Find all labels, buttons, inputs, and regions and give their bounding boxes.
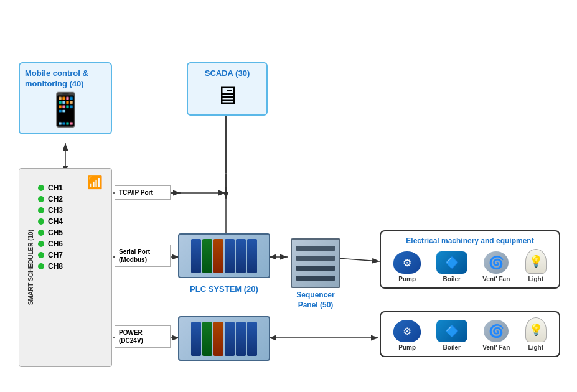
pump-label-top: Pump: [398, 276, 416, 282]
boiler-icon-top: 🔷: [436, 251, 467, 274]
pump-icon-top: ⚙: [393, 251, 421, 274]
equipment-ventfan-top: 🌀 Vent' Fan: [482, 251, 510, 282]
equipment-pump-bottom: ⚙ Pump: [393, 320, 421, 351]
power-port-label: POWER(DC24V): [119, 329, 143, 344]
scheduler-label: SMART SCHEDULER (10): [27, 230, 34, 305]
channel-6: CH6: [38, 240, 105, 248]
boiler-label-top: Boiler: [443, 276, 461, 282]
ch6-label: CH6: [48, 240, 63, 248]
electrical-machinery-bottom: ⚙ Pump 🔷 Boiler 🌀 Vent' Fan: [380, 311, 560, 357]
ch7-label: CH7: [48, 251, 63, 259]
light-label-top: Light: [528, 276, 543, 282]
channel-8: CH8: [38, 262, 105, 271]
sequencer-panel-area: Sequencer Panel (50): [288, 238, 344, 310]
serial-port-box: Serial Port(Modbus): [115, 245, 171, 267]
ch1-label: CH1: [48, 184, 63, 192]
ch7-dot: [38, 252, 44, 258]
ventfan-icon-bottom: 🌀: [484, 320, 509, 342]
equipment-boiler-top: 🔷 Boiler: [436, 251, 467, 282]
ch2-dot: [38, 196, 44, 202]
ch2-label: CH2: [48, 195, 63, 203]
diagram-container: Mobile control & monitoring (40) 📱 SCADA…: [0, 0, 577, 392]
ventfan-icon-top: 🌀: [484, 251, 509, 274]
ch5-dot: [38, 230, 44, 236]
equipment-pump-top: ⚙ Pump: [393, 251, 421, 282]
ch4-dot: [38, 218, 44, 225]
boiler-icon-bottom: 🔷: [436, 320, 467, 342]
mobile-phone-icon: 📱: [25, 93, 106, 126]
equipment-light-top: 💡 Light: [525, 249, 547, 282]
equipment-ventfan-bottom: 🌀 Vent' Fan: [482, 320, 510, 351]
equipment-light-bottom: 💡 Light: [525, 317, 547, 351]
channel-4: CH4: [38, 217, 105, 226]
serial-port-label: Serial Port(Modbus): [119, 248, 150, 263]
light-icon-bottom: 💡: [525, 317, 547, 342]
equipment-row-bottom: ⚙ Pump 🔷 Boiler 🌀 Vent' Fan: [386, 317, 554, 351]
plc-system-top: [178, 233, 270, 278]
plc-system-bottom: [178, 316, 270, 361]
ch3-label: CH3: [48, 206, 63, 215]
ch5-label: CH5: [48, 228, 63, 237]
electrical-machinery-label: Electrical machinery and equipment: [386, 236, 554, 245]
equipment-boiler-bottom: 🔷 Boiler: [436, 320, 467, 351]
sequencer-panel-icon: [291, 238, 340, 288]
ch8-label: CH8: [48, 262, 63, 271]
mobile-control-box: Mobile control & monitoring (40) 📱: [19, 62, 112, 134]
light-label-bottom: Light: [528, 344, 543, 351]
wifi-icon: 📶: [87, 175, 103, 190]
power-port-box: POWER(DC24V): [115, 325, 171, 348]
ch6-dot: [38, 241, 44, 247]
mobile-control-title: Mobile control & monitoring (40): [25, 68, 106, 90]
channel-5: CH5: [38, 228, 105, 237]
pump-icon-bottom: ⚙: [393, 320, 421, 342]
tcpip-port-box: TCP/IP Port: [115, 185, 171, 200]
ch8-dot: [38, 263, 44, 269]
ch3-dot: [38, 207, 44, 213]
ventfan-label-bottom: Vent' Fan: [482, 344, 510, 351]
channel-7: CH7: [38, 251, 105, 259]
pump-label-bottom: Pump: [398, 344, 416, 351]
electrical-machinery-top: Electrical machinery and equipment ⚙ Pum…: [380, 230, 560, 289]
sequencer-panel-label: Sequencer Panel (50): [288, 291, 344, 310]
tcpip-port-label: TCP/IP Port: [119, 189, 153, 196]
channel-2: CH2: [38, 195, 105, 203]
boiler-label-bottom: Boiler: [443, 344, 461, 351]
ch4-label: CH4: [48, 217, 63, 226]
ventfan-label-top: Vent' Fan: [482, 276, 510, 282]
smart-scheduler-panel: SMART SCHEDULER (10) 📶 CH1 CH2 CH3 CH4 C…: [19, 168, 112, 367]
scada-monitor-icon: 🖥: [193, 82, 261, 110]
equipment-row-top: ⚙ Pump 🔷 Boiler 🌀 Vent' Fan: [386, 249, 554, 282]
light-icon-top: 💡: [525, 249, 547, 274]
plc-system-label: PLC SYSTEM (20): [178, 283, 270, 294]
scada-title: SCADA (30): [193, 68, 261, 78]
channel-3: CH3: [38, 206, 105, 215]
ch1-dot: [38, 185, 44, 191]
scada-box: SCADA (30) 🖥: [187, 62, 268, 116]
